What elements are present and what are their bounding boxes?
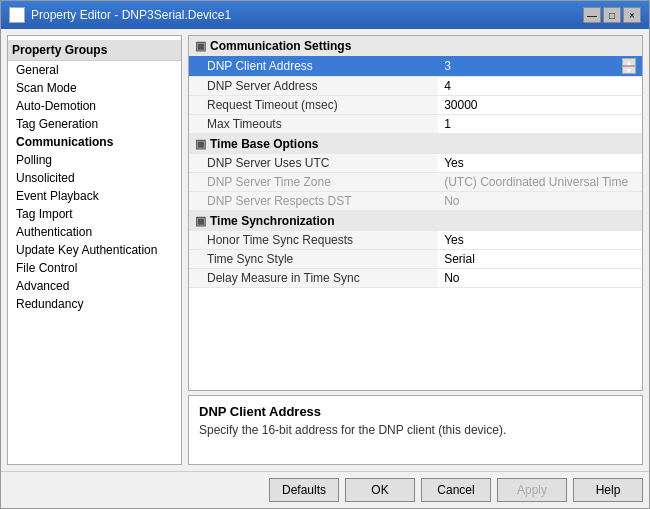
prop-name-time-sync-style: Time Sync Style	[189, 250, 438, 269]
prop-value-dnp-server-timezone: (UTC) Coordinated Universal Time	[438, 173, 642, 192]
sidebar-item-unsolicited[interactable]: Unsolicited	[8, 169, 181, 187]
sidebar-item-tag-generation[interactable]: Tag Generation	[8, 115, 181, 133]
spinner-dnp-client-address[interactable]: ▲▼	[622, 58, 636, 74]
section-header-time-base-options: ▣Time Base Options	[189, 134, 642, 155]
prop-value-dnp-server-dst: No	[438, 192, 642, 211]
prop-name-dnp-server-utc: DNP Server Uses UTC	[189, 154, 438, 173]
prop-value-dnp-server-address: 4	[438, 77, 642, 96]
ok-button[interactable]: OK	[345, 478, 415, 502]
sidebar-item-update-key-auth[interactable]: Update Key Authentication	[8, 241, 181, 259]
sidebar-item-auto-demotion[interactable]: Auto-Demotion	[8, 97, 181, 115]
description-box: DNP Client Address Specify the 16-bit ad…	[188, 395, 643, 465]
prop-name-max-timeouts: Max Timeouts	[189, 115, 438, 134]
collapse-icon-time-synchronization[interactable]: ▣	[195, 214, 206, 228]
prop-name-honor-time-sync: Honor Time Sync Requests	[189, 231, 438, 250]
window-content: Property Groups GeneralScan ModeAuto-Dem…	[1, 29, 649, 471]
description-text: Specify the 16-bit address for the DNP c…	[199, 423, 632, 437]
window-title: Property Editor - DNP3Serial.Device1	[31, 8, 231, 22]
properties-table: ▣Communication SettingsDNP Client Addres…	[189, 36, 642, 288]
sidebar-item-communications[interactable]: Communications	[8, 133, 181, 151]
sidebar-item-authentication[interactable]: Authentication	[8, 223, 181, 241]
prop-row-honor-time-sync[interactable]: Honor Time Sync RequestsYes	[189, 231, 642, 250]
prop-row-dnp-server-utc[interactable]: DNP Server Uses UTCYes	[189, 154, 642, 173]
prop-value-delay-measure: No	[438, 269, 642, 288]
prop-row-request-timeout[interactable]: Request Timeout (msec)30000	[189, 96, 642, 115]
sidebar-item-advanced[interactable]: Advanced	[8, 277, 181, 295]
prop-name-request-timeout: Request Timeout (msec)	[189, 96, 438, 115]
window-icon: ⚙	[9, 7, 25, 23]
collapse-icon-communication-settings[interactable]: ▣	[195, 39, 206, 53]
prop-row-dnp-server-address[interactable]: DNP Server Address4	[189, 77, 642, 96]
cancel-button[interactable]: Cancel	[421, 478, 491, 502]
sidebar-section-header: Property Groups	[8, 40, 181, 61]
main-area: ▣Communication SettingsDNP Client Addres…	[188, 35, 643, 465]
sidebar: Property Groups GeneralScan ModeAuto-Dem…	[7, 35, 182, 465]
section-header-communication-settings: ▣Communication Settings	[189, 36, 642, 56]
help-button[interactable]: Help	[573, 478, 643, 502]
prop-value-time-sync-style: Serial	[438, 250, 642, 269]
close-button[interactable]: ×	[623, 7, 641, 23]
prop-name-dnp-client-address: DNP Client Address	[189, 56, 438, 77]
prop-row-dnp-server-dst[interactable]: DNP Server Respects DSTNo	[189, 192, 642, 211]
prop-value-dnp-server-utc: Yes	[438, 154, 642, 173]
spinner-down-dnp-client-address[interactable]: ▼	[622, 66, 636, 74]
prop-row-delay-measure[interactable]: Delay Measure in Time SyncNo	[189, 269, 642, 288]
prop-value-honor-time-sync: Yes	[438, 231, 642, 250]
prop-value-max-timeouts: 1	[438, 115, 642, 134]
prop-value-request-timeout: 30000	[438, 96, 642, 115]
defaults-button[interactable]: Defaults	[269, 478, 339, 502]
prop-row-time-sync-style[interactable]: Time Sync StyleSerial	[189, 250, 642, 269]
sidebar-item-general[interactable]: General	[8, 61, 181, 79]
properties-panel: ▣Communication SettingsDNP Client Addres…	[188, 35, 643, 391]
prop-name-delay-measure: Delay Measure in Time Sync	[189, 269, 438, 288]
sidebar-item-file-control[interactable]: File Control	[8, 259, 181, 277]
title-bar: ⚙ Property Editor - DNP3Serial.Device1 —…	[1, 1, 649, 29]
prop-name-dnp-server-address: DNP Server Address	[189, 77, 438, 96]
prop-value-dnp-client-address[interactable]: 3▲▼	[438, 56, 642, 77]
spinner-up-dnp-client-address[interactable]: ▲	[622, 58, 636, 66]
prop-row-dnp-server-timezone[interactable]: DNP Server Time Zone(UTC) Coordinated Un…	[189, 173, 642, 192]
prop-name-dnp-server-dst: DNP Server Respects DST	[189, 192, 438, 211]
maximize-button[interactable]: □	[603, 7, 621, 23]
description-title: DNP Client Address	[199, 404, 632, 419]
button-bar: Defaults OK Cancel Apply Help	[1, 471, 649, 508]
section-header-time-synchronization: ▣Time Synchronization	[189, 211, 642, 232]
sidebar-item-event-playback[interactable]: Event Playback	[8, 187, 181, 205]
prop-name-dnp-server-timezone: DNP Server Time Zone	[189, 173, 438, 192]
prop-row-max-timeouts[interactable]: Max Timeouts1	[189, 115, 642, 134]
sidebar-item-scan-mode[interactable]: Scan Mode	[8, 79, 181, 97]
collapse-icon-time-base-options[interactable]: ▣	[195, 137, 206, 151]
minimize-button[interactable]: —	[583, 7, 601, 23]
property-editor-window: ⚙ Property Editor - DNP3Serial.Device1 —…	[0, 0, 650, 509]
title-bar-left: ⚙ Property Editor - DNP3Serial.Device1	[9, 7, 231, 23]
sidebar-item-tag-import[interactable]: Tag Import	[8, 205, 181, 223]
prop-row-dnp-client-address[interactable]: DNP Client Address3▲▼	[189, 56, 642, 77]
title-buttons: — □ ×	[583, 7, 641, 23]
sidebar-item-polling[interactable]: Polling	[8, 151, 181, 169]
sidebar-items-container: GeneralScan ModeAuto-DemotionTag Generat…	[8, 61, 181, 313]
apply-button[interactable]: Apply	[497, 478, 567, 502]
sidebar-item-redundancy[interactable]: Redundancy	[8, 295, 181, 313]
